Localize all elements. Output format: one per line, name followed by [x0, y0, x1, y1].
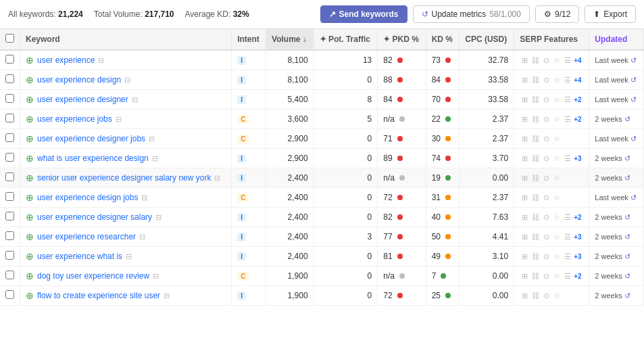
- add-keyword-icon[interactable]: ⊕: [26, 153, 34, 164]
- add-keyword-icon[interactable]: ⊕: [26, 271, 34, 281]
- keyword-link[interactable]: user experience jobs: [37, 114, 112, 124]
- cpc-cell: 0.00: [460, 266, 514, 286]
- row-checkbox-cell[interactable]: [0, 90, 20, 110]
- add-keyword-icon[interactable]: ⊕: [26, 172, 34, 183]
- keyword-link[interactable]: user experience: [37, 55, 95, 65]
- kd-header[interactable]: KD %: [426, 29, 460, 50]
- row-checkbox-cell[interactable]: [0, 188, 20, 208]
- row-checkbox-cell[interactable]: [0, 50, 20, 70]
- intent-badge: C: [237, 135, 249, 143]
- keyword-link[interactable]: user experience design: [37, 75, 121, 85]
- serp-features-header[interactable]: SERP Features: [514, 29, 589, 50]
- update-metrics-button[interactable]: ↺ Update metrics 58/1,000: [413, 5, 530, 23]
- keyword-link[interactable]: user experience designer: [37, 95, 128, 104]
- row-refresh-icon[interactable]: ↺: [630, 56, 637, 64]
- row-checkbox[interactable]: [5, 251, 14, 260]
- updated-text: 2 weeks: [595, 174, 622, 182]
- pkd-dot: [399, 273, 405, 279]
- row-checkbox[interactable]: [5, 74, 14, 83]
- row-checkbox-cell[interactable]: [0, 129, 20, 149]
- export-button[interactable]: ⬆ Export: [585, 5, 636, 23]
- serp-features-cell: ⊞ ⛓ ⊙ ☆ ☰ +4: [514, 70, 589, 90]
- add-keyword-icon[interactable]: ⊕: [26, 192, 34, 203]
- pkd-header[interactable]: ✦ PKD %: [378, 29, 426, 50]
- add-keyword-icon[interactable]: ⊕: [26, 212, 34, 223]
- kd-dot: [445, 156, 451, 161]
- add-keyword-icon[interactable]: ⊕: [26, 290, 34, 301]
- row-refresh-icon[interactable]: ↺: [630, 95, 637, 103]
- row-checkbox[interactable]: [5, 172, 14, 181]
- table-row: ⊕ user experience design ⊟ I 8,100 0 88 …: [0, 70, 644, 90]
- add-keyword-icon[interactable]: ⊕: [26, 55, 34, 66]
- row-refresh-icon[interactable]: ↺: [624, 252, 630, 260]
- settings-button[interactable]: ⚙ 9/12: [535, 5, 579, 23]
- add-keyword-icon[interactable]: ⊕: [26, 251, 34, 262]
- row-refresh-icon[interactable]: ↺: [630, 76, 637, 84]
- intent-badge: C: [237, 115, 249, 124]
- pot-traffic-header[interactable]: ✦ Pot. Traffic: [314, 29, 378, 50]
- pot-traffic-cell: 0: [314, 266, 378, 286]
- row-refresh-icon[interactable]: ↺: [624, 115, 630, 123]
- row-refresh-icon[interactable]: ↺: [624, 174, 630, 182]
- pkd-dot: [397, 293, 403, 298]
- row-checkbox-cell[interactable]: [0, 247, 20, 266]
- updated-cell: Last week ↺: [589, 129, 644, 149]
- keyword-link[interactable]: user experience design jobs: [37, 193, 138, 202]
- cpc-header[interactable]: CPC (USD): [460, 29, 514, 50]
- row-refresh-icon[interactable]: ↺: [624, 233, 630, 241]
- row-checkbox-cell[interactable]: [0, 286, 20, 306]
- row-checkbox-cell[interactable]: [0, 168, 20, 188]
- row-refresh-icon[interactable]: ↺: [624, 272, 630, 280]
- row-checkbox[interactable]: [5, 271, 14, 279]
- keywords-table-wrapper: Keyword Intent Volume ↓ ✦ Pot. Traffic ✦…: [0, 29, 644, 306]
- keyword-header[interactable]: Keyword: [20, 29, 232, 50]
- avg-kd-stat: Average KD: 32%: [185, 9, 249, 19]
- keyword-link[interactable]: flow to create experience site user: [37, 291, 160, 300]
- row-checkbox[interactable]: [5, 231, 14, 240]
- row-checkbox-cell[interactable]: [0, 227, 20, 247]
- intent-header[interactable]: Intent: [232, 29, 266, 50]
- row-checkbox-cell[interactable]: [0, 70, 20, 90]
- row-checkbox[interactable]: [5, 212, 14, 220]
- updated-header[interactable]: Updated: [589, 29, 644, 50]
- row-refresh-icon[interactable]: ↺: [630, 193, 637, 202]
- keyword-link[interactable]: what is user experience design: [37, 154, 149, 163]
- keyword-link[interactable]: user experience designer jobs: [37, 134, 145, 143]
- keyword-link[interactable]: dog toy user experience review: [37, 271, 149, 281]
- volume-header[interactable]: Volume ↓: [266, 29, 314, 50]
- row-refresh-icon[interactable]: ↺: [624, 154, 630, 162]
- serp-icon-link: ⛓: [530, 173, 540, 183]
- kd-cell: 74: [426, 149, 460, 168]
- row-refresh-icon[interactable]: ↺: [624, 213, 630, 221]
- row-refresh-icon[interactable]: ↺: [630, 135, 637, 143]
- add-keyword-icon[interactable]: ⊕: [26, 94, 34, 105]
- row-checkbox[interactable]: [5, 94, 14, 103]
- updated-cell: 2 weeks ↺: [589, 208, 644, 227]
- row-checkbox-cell[interactable]: [0, 208, 20, 227]
- send-keywords-button[interactable]: ↗ Send keywords: [320, 5, 407, 23]
- serp-icon-link: ⛓: [530, 134, 540, 143]
- row-checkbox[interactable]: [5, 153, 14, 162]
- row-checkbox[interactable]: [5, 290, 14, 299]
- row-checkbox[interactable]: [5, 114, 14, 122]
- row-checkbox-cell[interactable]: [0, 110, 20, 129]
- add-keyword-icon[interactable]: ⊕: [26, 133, 34, 144]
- row-checkbox[interactable]: [5, 192, 14, 201]
- add-keyword-icon[interactable]: ⊕: [26, 231, 34, 242]
- add-keyword-icon[interactable]: ⊕: [26, 74, 34, 85]
- row-checkbox[interactable]: [5, 133, 14, 142]
- row-checkbox-cell[interactable]: [0, 149, 20, 168]
- row-checkbox[interactable]: [5, 55, 14, 64]
- select-all-checkbox[interactable]: [5, 34, 14, 43]
- row-checkbox-cell[interactable]: [0, 266, 20, 286]
- volume-cell: 2,400: [266, 227, 314, 247]
- volume-cell: 2,900: [266, 129, 314, 149]
- keyword-link[interactable]: senior user experience designer salary n…: [37, 173, 211, 183]
- keyword-link[interactable]: user experience what is: [37, 252, 122, 261]
- add-keyword-icon[interactable]: ⊕: [26, 114, 34, 124]
- keyword-link[interactable]: user experience designer salary: [37, 212, 152, 222]
- keyword-link[interactable]: user experience researcher: [37, 232, 136, 241]
- select-all-header[interactable]: [0, 29, 20, 50]
- row-refresh-icon[interactable]: ↺: [624, 291, 630, 300]
- page-icon: ⊟: [126, 252, 132, 261]
